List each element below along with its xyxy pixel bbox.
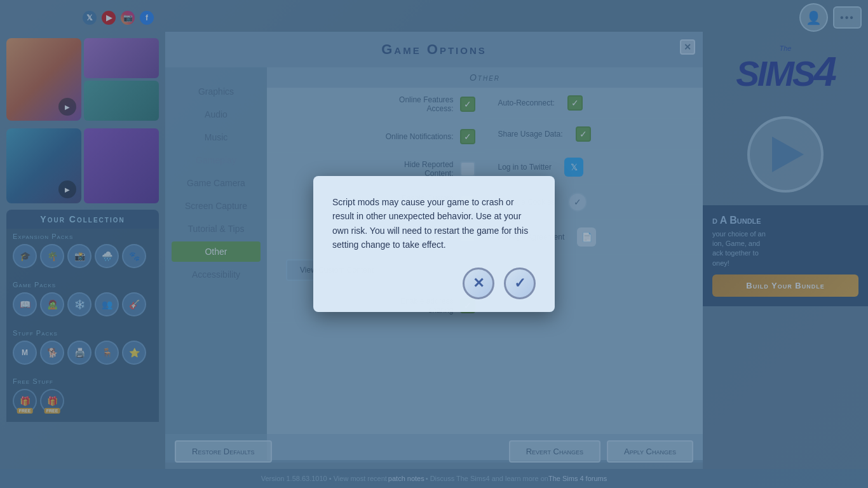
modal-confirm-icon: ✓	[514, 275, 526, 292]
modal-cancel-button[interactable]: ✕	[463, 268, 494, 299]
modal-buttons: ✕ ✓	[332, 268, 536, 299]
modal-overlay: Script mods may cause your game to crash…	[0, 0, 868, 488]
modal-confirm-button[interactable]: ✓	[504, 268, 536, 299]
modal-cancel-icon: ✕	[473, 275, 484, 292]
modal-message: Script mods may cause your game to crash…	[332, 195, 536, 252]
modal-dialog: Script mods may cause your game to crash…	[313, 176, 555, 313]
